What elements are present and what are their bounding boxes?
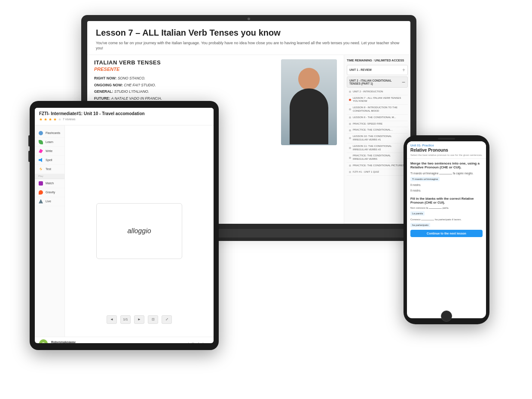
sidebar-dot (349, 147, 351, 149)
sidebar-item-practice-pic[interactable]: PRACTICE: THE CONDITIONAL PICTURES (347, 163, 408, 169)
test-icon (38, 167, 43, 171)
tablet-body: FZTI- Intermediate#1: Unit 10 - Travel a… (30, 101, 219, 350)
tablet-rating: ★ ★ ★ ★ ★ 7 reviews (39, 117, 209, 122)
phone-section1-title: Merge the two sentences into one, using … (410, 161, 483, 169)
live-icon (38, 199, 43, 204)
tablet-nav-live[interactable]: Live (35, 197, 64, 206)
add-icon[interactable]: + (187, 341, 190, 343)
phone-fill-answer-1: La parola (410, 212, 483, 215)
share-icon[interactable]: ↑ (202, 341, 204, 343)
tablet-title: FZTI- Intermediate#1: Unit 10 - Travel a… (39, 111, 209, 116)
sidebar-dot (349, 157, 351, 159)
tablet-device: FZTI- Intermediate#1: Unit 10 - Travel a… (30, 101, 219, 350)
star-3: ★ (49, 117, 52, 122)
flashcard[interactable]: alloggio (96, 203, 182, 259)
footer-actions: + ✏ ✓ ↑ — (187, 341, 209, 343)
sidebar-item-lesson6[interactable]: LESSON 6 - THE CONDITIONAL M... (347, 115, 408, 121)
phone-home-button[interactable] (441, 311, 452, 322)
user-avatar: R (39, 339, 48, 343)
match-icon (38, 181, 43, 186)
prev-button[interactable]: ◄ (107, 315, 117, 324)
progress-counter: 1/1 (120, 315, 131, 324)
sidebar-dot (349, 91, 351, 93)
laptop-camera (248, 18, 250, 20)
phone-title: Relative Pronouns (410, 148, 483, 152)
tablet-nav-flashcards[interactable]: Flashcards (35, 129, 64, 138)
sidebar-dot (349, 164, 351, 167)
star-5: ★ (58, 117, 61, 122)
phone-section2: Fill in the blanks with the correct Rela… (407, 197, 486, 227)
username: Robynmakeaway (51, 341, 184, 343)
sidebar-unit2-collapse-icon: − (402, 79, 405, 85)
phone-section1: Merge the two sentences into one, using … (407, 159, 486, 197)
tablet-flashcard-area: alloggio ◄ 1/1 ► ⊡ ⤢ (65, 125, 214, 337)
laptop-lesson-subtitle: You've come so far on your journey with … (96, 40, 402, 51)
phone-fill-answer-2: ha partecipato (410, 223, 483, 227)
verb-subtitle: PRESENTE (94, 67, 277, 72)
laptop-lesson-title: Lesson 7 – ALL Italian Verb Tenses you k… (96, 28, 402, 38)
tablet-nav-spell[interactable]: Spell (35, 156, 64, 165)
star-4: ★ (53, 117, 57, 122)
phone-section2-title: Fill in the blanks with the correct Rela… (410, 197, 483, 204)
sidebar-access: TIME REMAINING / UNLIMITED ACCESS (347, 58, 408, 62)
tablet-nav-match[interactable]: Match (35, 179, 64, 188)
tablet-reviews: 7 reviews (63, 118, 76, 121)
phone-fill-2: Conosco ha partecipato il lavoro. (410, 218, 483, 221)
verb-row-3: GENERAL: STUDIO L'ITALIANO. (94, 89, 277, 94)
laptop-sidebar: TIME REMAINING / UNLIMITED ACCESS UNIT 1… (344, 55, 410, 224)
sidebar-item-lesson11[interactable]: LESSON 11: THE CONDITIONAL IRREGULAR VER… (347, 143, 408, 153)
sidebar-item-intro[interactable]: UNIT 2 - INTRODUCTION (347, 89, 408, 95)
verb-title: ITALIAN VERB TENSES (94, 59, 277, 66)
phone-cta-button[interactable]: Continue to the next lesson (410, 230, 483, 237)
person-image (281, 59, 337, 145)
laptop-screen-header: Lesson 7 – ALL Italian Verb Tenses you k… (87, 21, 410, 55)
sidebar-item-lesson7[interactable]: LESSON 7 - ALL ITALIAN VERB TENSES YOU K… (347, 95, 408, 105)
phone-screen: Unit 01- Practice Relative Pronouns Sele… (407, 141, 486, 318)
phone-unit-label: Unit 01- Practice (410, 144, 483, 147)
sidebar-item-practice-irr[interactable]: PRACTICE: THE CONDITIONAL IRREGULAR VERB… (347, 153, 408, 163)
flashcard-word: alloggio (127, 227, 151, 235)
tablet-nav: Flashcards Learn Write Spell (35, 125, 65, 337)
tablet-vol-down-button[interactable] (28, 151, 30, 162)
sidebar-unit1[interactable]: UNIT 1 - REVIEW + (347, 65, 408, 75)
next-button[interactable]: ► (134, 315, 144, 324)
sidebar-dot (349, 116, 351, 119)
star-2: ★ (44, 117, 47, 122)
fullscreen-button[interactable]: ⊡ (148, 315, 158, 324)
sidebar-item-lesson10[interactable]: LESSON 10: THE CONDITIONAL IRREGULAR VER… (347, 134, 408, 143)
tablet-vol-up-button[interactable] (28, 135, 30, 146)
sidebar-item-practice-cond[interactable]: PRACTICE: THE CONDITIONAL... (347, 127, 408, 134)
sidebar-dot (349, 108, 351, 110)
phone-exercise-1: Ti mando un'immagine fa capire meglio. (410, 171, 483, 175)
tablet-nav-write[interactable]: Write (35, 147, 64, 156)
sidebar-item-practice-speed[interactable]: PRACTICE: SPEED FIRE (347, 121, 408, 128)
sidebar-dot-active (349, 99, 351, 101)
sidebar-unit2[interactable]: UNIT 2 - ITALIAN CONDITIONAL TENSES (PAR… (347, 76, 408, 88)
tablet-nav-gravity[interactable]: Gravity (35, 188, 64, 197)
phone-body: Unit 01- Practice Relative Pronouns Sele… (404, 135, 489, 324)
sidebar-dot (349, 123, 351, 125)
phone-exercise-2: Il nostro. (410, 183, 483, 187)
sidebar-dot (349, 171, 351, 173)
phone-speaker (438, 138, 455, 140)
edit-icon[interactable]: ✏ (192, 341, 195, 343)
check-icon[interactable]: ✓ (197, 341, 200, 343)
tablet-nav-test[interactable]: Test (35, 165, 64, 174)
flashcard-controls: ◄ 1/1 ► ⊡ ⤢ (107, 315, 172, 324)
sidebar-dot (349, 137, 351, 139)
sidebar-item-quiz[interactable]: FZTI #1 - UNIT 1 QUIZ (347, 169, 408, 176)
expand-button[interactable]: ⤢ (162, 315, 172, 324)
tablet-footer: R Robynmakeaway HOSTED IN: www.fzacre.co… (35, 337, 214, 343)
phone-description: Select the best relative pronoun to use … (410, 154, 483, 157)
verb-row-1: RIGHT NOW: SONO STANCO. (94, 76, 277, 81)
tablet-nav-learn[interactable]: Learn (35, 138, 64, 147)
main-scene: Lesson 7 – ALL Italian Verb Tenses you k… (30, 15, 502, 384)
sidebar-item-lesson8[interactable]: LESSON 8 - INTRODUCTION TO THE CONDITION… (347, 105, 408, 115)
sidebar-dot (349, 129, 351, 131)
spell-icon (38, 158, 43, 162)
tablet-header: FZTI- Intermediate#1: Unit 10 - Travel a… (35, 108, 214, 125)
verb-row-2: ONGOING NOW: CHE FAI? STUDIO. (94, 83, 277, 88)
gravity-icon (38, 190, 43, 195)
delete-icon[interactable]: — (206, 341, 209, 343)
star-1: ★ (39, 117, 43, 122)
